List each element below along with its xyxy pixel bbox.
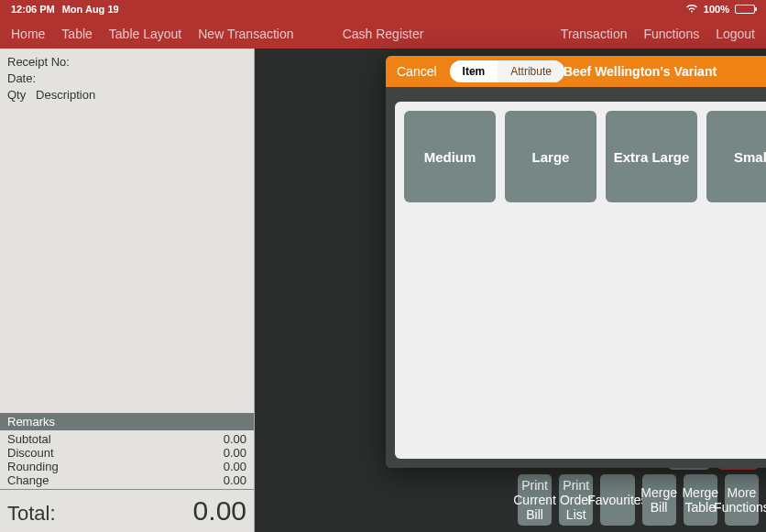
discount-value: 0.00 (224, 446, 246, 460)
variant-extra-large[interactable]: Extra Large (606, 111, 697, 202)
top-nav: Home Table Table Layout New Transaction … (0, 18, 766, 49)
page-title: Cash Register (343, 27, 424, 41)
receipt-no-label: Receipt No: (7, 54, 246, 71)
status-date: Mon Aug 19 (62, 4, 119, 15)
segment-attribute[interactable]: Attribute (498, 60, 564, 82)
nav-table[interactable]: Table (61, 27, 92, 41)
receipt-qty-header: Qty (7, 88, 26, 102)
subtotal-value: 0.00 (224, 432, 246, 446)
rounding-label: Rounding (7, 460, 59, 473)
total-label: Total: (7, 502, 56, 526)
variant-small[interactable]: Small (706, 111, 766, 202)
battery-icon (735, 5, 755, 14)
nav-home[interactable]: Home (11, 27, 45, 41)
nav-logout[interactable]: Logout (716, 27, 755, 41)
remarks-header: Remarks (0, 413, 254, 430)
variant-label: Extra Large (614, 149, 690, 165)
modal-title: Beef Wellington's Variant (564, 64, 717, 79)
variant-large[interactable]: Large (505, 111, 596, 202)
nav-transaction[interactable]: Transaction (561, 27, 628, 41)
battery-percent: 100% (704, 4, 729, 15)
wifi-icon (685, 4, 698, 15)
variant-label: Small (734, 149, 766, 165)
segment-control: Item Attribute (450, 60, 564, 82)
variant-label: Medium (424, 149, 476, 165)
cancel-button[interactable]: Cancel (397, 64, 437, 79)
total-value: 0.00 (193, 495, 246, 527)
receipt-panel: Receipt No: Date: Qty Description Remark… (0, 49, 255, 532)
segment-item[interactable]: Item (450, 60, 498, 82)
status-time: 12:06 PM (11, 4, 55, 15)
discount-label: Discount (7, 446, 54, 460)
status-bar: 12:06 PM Mon Aug 19 100% (0, 0, 766, 18)
variant-panel: Medium Large Extra Large Small (395, 102, 766, 459)
nav-functions[interactable]: Functions (643, 27, 699, 41)
subtotal-label: Subtotal (7, 432, 51, 446)
nav-new-transaction[interactable]: New Transaction (198, 27, 293, 41)
receipt-desc-header: Description (36, 88, 95, 102)
receipt-date-label: Date: (7, 71, 246, 87)
change-value: 0.00 (224, 473, 246, 487)
variant-label: Large (532, 149, 570, 165)
variant-modal: Cancel Item Attribute Beef Wellington's … (386, 56, 766, 468)
change-label: Change (7, 473, 49, 487)
receipt-lines (0, 110, 254, 413)
nav-table-layout[interactable]: Table Layout (109, 27, 181, 41)
rounding-value: 0.00 (224, 460, 246, 473)
variant-medium[interactable]: Medium (404, 111, 496, 202)
